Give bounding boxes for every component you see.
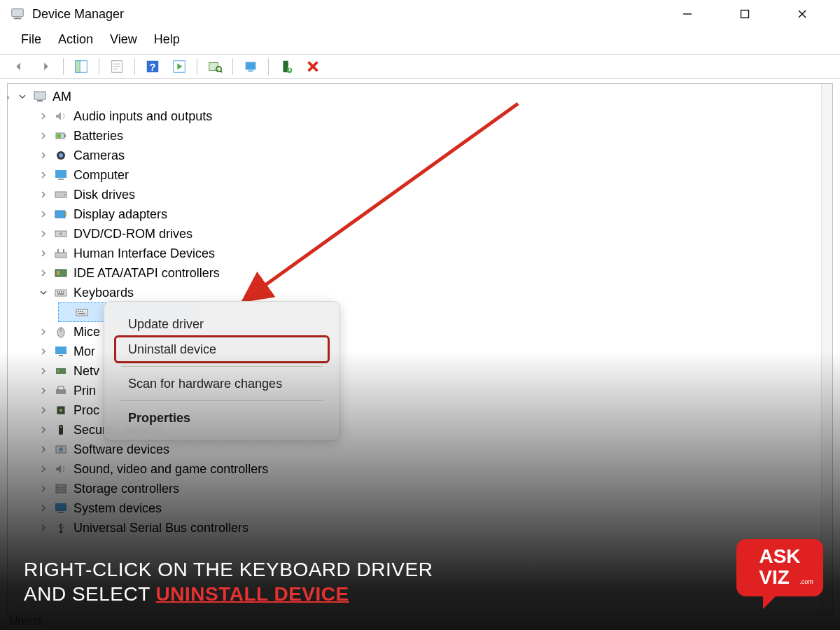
chevron-right-icon[interactable] xyxy=(37,522,50,534)
menu-action[interactable]: Action xyxy=(58,32,93,47)
svg-rect-26 xyxy=(34,92,46,99)
chevron-down-icon[interactable] xyxy=(16,90,29,103)
tree-label: Proc xyxy=(74,403,99,418)
ctx-properties[interactable]: Properties xyxy=(115,405,328,430)
toolbar-separator xyxy=(63,58,64,75)
svg-rect-43 xyxy=(63,249,64,253)
tree-node-display[interactable]: Display adapters xyxy=(37,204,832,224)
chevron-right-icon[interactable] xyxy=(37,247,50,260)
chevron-right-icon[interactable] xyxy=(37,502,50,514)
tree-node-system[interactable]: System devices xyxy=(37,498,832,518)
svg-rect-62 xyxy=(57,370,59,372)
svg-rect-71 xyxy=(56,484,66,488)
tree-node-sound[interactable]: Sound, video and game controllers xyxy=(37,459,832,479)
tree-label: Prin xyxy=(74,384,96,398)
svg-rect-4 xyxy=(741,10,749,18)
tree-label: DVD/CD-ROM drives xyxy=(74,227,192,241)
toolbar-separator xyxy=(134,58,135,75)
menubar: File Action View Help xyxy=(0,28,840,54)
svg-rect-34 xyxy=(58,178,64,180)
update-driver-button[interactable] xyxy=(239,56,262,77)
chevron-right-icon[interactable] xyxy=(37,345,50,358)
uninstall-device-button[interactable] xyxy=(301,56,325,77)
ctx-update-driver[interactable]: Update driver xyxy=(115,312,328,337)
svg-text:ASK: ASK xyxy=(759,545,800,567)
chevron-right-icon[interactable] xyxy=(37,482,50,495)
tree-label: Netv xyxy=(74,364,99,379)
ctx-label: Scan for hardware changes xyxy=(128,377,282,391)
svg-rect-64 xyxy=(58,386,64,390)
chevron-right-icon[interactable] xyxy=(37,424,50,436)
chevron-right-icon[interactable] xyxy=(37,365,50,377)
status-bar: Uninst xyxy=(10,615,41,627)
action-button[interactable] xyxy=(167,56,191,77)
cpu-icon xyxy=(52,402,69,418)
tree-node-software[interactable]: Software devices xyxy=(37,440,832,459)
chevron-right-icon[interactable] xyxy=(37,384,50,397)
forward-button[interactable] xyxy=(34,56,57,77)
tree-label: Display adapters xyxy=(74,207,167,222)
chevron-right-icon[interactable] xyxy=(37,149,50,162)
svg-point-68 xyxy=(60,426,62,428)
tree-node-keyboards[interactable]: Keyboards xyxy=(37,283,832,302)
tree-label: Software devices xyxy=(74,442,169,457)
tree-root-node[interactable]: AM xyxy=(16,87,832,106)
chevron-right-icon[interactable] xyxy=(37,130,50,142)
security-icon xyxy=(52,422,69,438)
tree-node-audio[interactable]: Audio inputs and outputs xyxy=(37,106,832,126)
chevron-right-icon[interactable] xyxy=(37,169,50,181)
device-manager-icon xyxy=(10,6,25,22)
svg-marker-16 xyxy=(177,63,182,69)
chevron-right-icon[interactable] xyxy=(37,404,50,416)
close-button[interactable] xyxy=(788,3,816,25)
svg-text:?: ? xyxy=(150,62,156,73)
chevron-right-icon[interactable] xyxy=(37,188,50,201)
tree-node-storage[interactable]: Storage controllers xyxy=(37,479,832,498)
tree-label: AM xyxy=(52,90,71,104)
help-button[interactable]: ? xyxy=(141,56,164,77)
toolbar-separator xyxy=(268,58,269,75)
tree-label: Mor xyxy=(74,344,95,359)
tree-node-hid[interactable]: Human Interface Devices xyxy=(37,244,832,263)
tree-label: Storage controllers xyxy=(74,482,179,496)
menu-help[interactable]: Help xyxy=(154,32,180,47)
toolbar-separator xyxy=(99,58,99,75)
chevron-right-icon[interactable] xyxy=(37,443,50,456)
chevron-right-icon[interactable] xyxy=(37,267,50,279)
camera-icon xyxy=(52,148,69,163)
chevron-right-icon[interactable] xyxy=(37,208,50,220)
svg-rect-30 xyxy=(57,134,61,138)
tree-node-usb[interactable]: Universal Serial Bus controllers xyxy=(37,518,832,538)
chevron-right-icon[interactable] xyxy=(37,326,50,338)
menu-file[interactable]: File xyxy=(21,32,41,47)
tree-node-cameras[interactable]: Cameras xyxy=(37,146,832,165)
chevron-right-icon[interactable] xyxy=(37,110,50,122)
maximize-button[interactable] xyxy=(731,3,759,25)
svg-rect-54 xyxy=(80,311,81,312)
chevron-right-icon[interactable] xyxy=(37,463,50,475)
ctx-uninstall-device[interactable]: Uninstall device xyxy=(115,337,328,362)
svg-point-70 xyxy=(59,447,63,451)
tree-node-computer[interactable]: Computer xyxy=(37,165,832,185)
scan-button[interactable] xyxy=(203,56,227,77)
back-button[interactable] xyxy=(7,56,31,77)
tree-node-batteries[interactable]: Batteries xyxy=(37,126,832,146)
show-hide-tree-button[interactable] xyxy=(69,56,93,77)
svg-rect-59 xyxy=(55,346,66,354)
properties-button[interactable] xyxy=(105,56,129,77)
tree-node-dvd[interactable]: DVD/CD-ROM drives xyxy=(37,224,832,244)
minimize-button[interactable] xyxy=(673,3,701,25)
ctx-separator xyxy=(121,366,323,367)
enable-device-button[interactable] xyxy=(274,56,298,77)
svg-rect-38 xyxy=(65,212,66,216)
chevron-right-icon[interactable] xyxy=(37,227,50,240)
tree-node-ide[interactable]: IDE ATA/ATAPI controllers xyxy=(37,263,832,283)
ctx-scan-hardware[interactable]: Scan for hardware changes xyxy=(115,371,328,396)
svg-rect-21 xyxy=(248,71,253,72)
svg-rect-47 xyxy=(57,291,58,293)
tree-node-disk[interactable]: Disk drives xyxy=(37,185,832,204)
menu-view[interactable]: View xyxy=(110,32,137,47)
svg-rect-45 xyxy=(57,271,59,275)
ctx-label: Uninstall device xyxy=(128,342,216,357)
chevron-down-icon[interactable] xyxy=(37,286,50,299)
